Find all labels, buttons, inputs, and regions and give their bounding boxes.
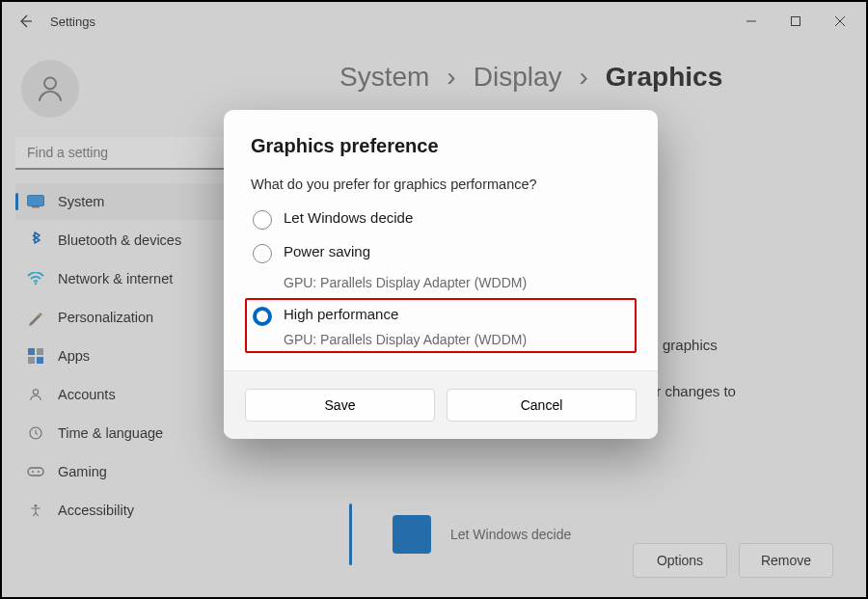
radio-icon [253,307,272,326]
radio-label: High performance [284,306,398,322]
save-button[interactable]: Save [245,389,435,422]
cancel-button[interactable]: Cancel [447,389,637,422]
radio-sublabel: GPU: Parallels Display Adapter (WDDM) [284,332,629,347]
radio-label: Let Windows decide [284,209,413,226]
radio-option-let-windows-decide[interactable]: Let Windows decide [251,207,631,231]
highlight-box: High performance GPU: Parallels Display … [245,298,637,353]
graphics-preference-dialog: Graphics preference What do you prefer f… [224,110,658,439]
radio-icon [253,244,272,263]
radio-icon [253,210,272,230]
dialog-footer: Save Cancel [224,370,658,439]
radio-label: Power saving [284,243,370,259]
dialog-title: Graphics preference [251,135,631,157]
radio-sublabel: GPU: Parallels Display Adapter (WDDM) [284,275,631,290]
radio-option-power-saving[interactable]: Power saving [251,241,631,265]
radio-option-high-performance[interactable]: High performance [251,304,629,328]
dialog-question: What do you prefer for graphics performa… [251,177,631,192]
settings-window: Settings System Bluetooth & devices [0,0,868,599]
